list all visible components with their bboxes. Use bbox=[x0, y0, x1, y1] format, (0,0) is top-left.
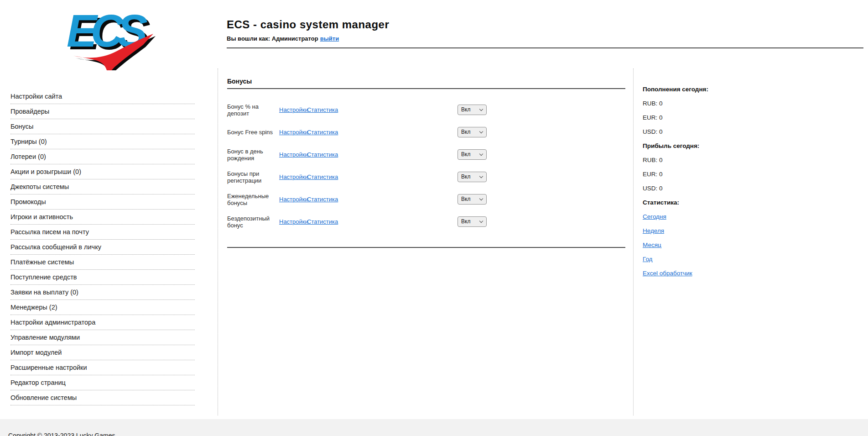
sidebar-item[interactable]: Рассылка сообщений в личку bbox=[10, 240, 195, 255]
sidebar-item[interactable]: Лотереи (0) bbox=[10, 149, 195, 164]
header-text-block: ECS - casino system manager Вы вошли как… bbox=[227, 18, 389, 42]
sidebar-item[interactable]: Бонусы bbox=[10, 119, 195, 134]
bonus-row: Бонусы при регистрации Настройки Статист… bbox=[227, 166, 625, 188]
sidebar-nav: Настройки сайта Провайдеры Бонусы Турнир… bbox=[0, 68, 218, 415]
panel-top-divider bbox=[227, 88, 625, 89]
sidebar-item[interactable]: Настройки администратора bbox=[10, 315, 195, 330]
bonus-toggle-select[interactable]: Вкл bbox=[457, 105, 487, 115]
stats-period-link[interactable]: Неделя bbox=[643, 227, 664, 234]
settings-link[interactable]: Настройки bbox=[279, 196, 308, 203]
stats-sidebar: Пополнения сегодня: RUB: 0 EUR: 0 USD: 0… bbox=[634, 68, 868, 415]
currency-value: EUR: 0 bbox=[643, 110, 868, 125]
bonus-row: Еженедельные бонусы Настройки Статистика… bbox=[227, 188, 625, 210]
sidebar-item[interactable]: Редактор страниц bbox=[10, 375, 195, 390]
sidebar-item[interactable]: Менеджеры (2) bbox=[10, 300, 195, 315]
statistics-link[interactable]: Статистика bbox=[307, 106, 338, 113]
bonus-toggle-wrap: Вкл bbox=[457, 194, 487, 205]
sidebar-item[interactable]: Турниры (0) bbox=[10, 134, 195, 149]
bonus-row: Бездепозитный бонус Настройки Статистика… bbox=[227, 210, 625, 233]
statistics-link[interactable]: Статистика bbox=[307, 173, 338, 180]
statistics-link[interactable]: Статистика bbox=[307, 196, 338, 203]
sidebar-item[interactable]: Акции и розыгрыши (0) bbox=[10, 164, 195, 179]
currency-value: RUB: 0 bbox=[643, 96, 868, 110]
bonus-name-label: Бонусы при регистрации bbox=[227, 170, 279, 184]
bonus-toggle-select[interactable]: Вкл bbox=[457, 127, 487, 137]
bonus-toggle-wrap: Вкл bbox=[457, 149, 487, 160]
logout-link[interactable]: выйти bbox=[320, 35, 339, 42]
bonus-name-label: Бонус в день рождения bbox=[227, 148, 279, 162]
header-divider bbox=[227, 47, 863, 48]
main-layout: Настройки сайта Провайдеры Бонусы Турнир… bbox=[0, 68, 868, 415]
bonus-name-label: Бездепозитный бонус bbox=[227, 215, 279, 229]
sidebar-item[interactable]: Поступление средств bbox=[10, 270, 195, 285]
settings-link[interactable]: Настройки bbox=[279, 129, 308, 136]
bonus-toggle-wrap: Вкл bbox=[457, 216, 487, 227]
sidebar-item[interactable]: Рассылка писем на почту bbox=[10, 225, 195, 240]
panel-title: Бонусы bbox=[227, 78, 625, 85]
bonus-row: Бонус % на депозит Настройки Статистика … bbox=[227, 99, 625, 121]
currency-value: EUR: 0 bbox=[643, 167, 868, 181]
bonus-toggle-select[interactable]: Вкл bbox=[457, 216, 487, 227]
currency-value: USD: 0 bbox=[643, 125, 868, 139]
sidebar-item[interactable]: Игроки и активность bbox=[10, 210, 195, 225]
settings-link[interactable]: Настройки bbox=[279, 218, 308, 225]
stats-period-link[interactable]: Год bbox=[643, 256, 653, 263]
bonus-toggle-select[interactable]: Вкл bbox=[457, 194, 487, 205]
deposits-values: RUB: 0 EUR: 0 USD: 0 bbox=[643, 96, 868, 139]
sidebar-item[interactable]: Джекпоты системы bbox=[10, 179, 195, 194]
deposits-today-title: Пополнения сегодня: bbox=[643, 82, 868, 96]
sidebar-item[interactable]: Обновление системы bbox=[10, 390, 195, 405]
stats-period-link[interactable]: Excel обработчик bbox=[643, 270, 692, 277]
bonus-row: Бонус Free spins Настройки Статистика Вк… bbox=[227, 121, 625, 143]
profit-values: RUB: 0 EUR: 0 USD: 0 bbox=[643, 153, 868, 195]
copyright-text: Copyright © 2013-2023 Lucky Games bbox=[8, 432, 115, 436]
currency-value: RUB: 0 bbox=[643, 153, 868, 167]
sidebar-item[interactable]: Настройки сайта bbox=[10, 89, 195, 104]
statistics-title: Статистика: bbox=[643, 195, 868, 210]
sidebar-item[interactable]: Провайдеры bbox=[10, 104, 195, 119]
profit-today-title: Прибыль сегодня: bbox=[643, 139, 868, 153]
bonus-list: Бонус % на депозит Настройки Статистика … bbox=[227, 99, 625, 233]
bonus-toggle-wrap: Вкл bbox=[457, 105, 487, 115]
bonuses-panel: Бонусы Бонус % на депозит Настройки Стат… bbox=[218, 68, 634, 415]
statistics-link[interactable]: Статистика bbox=[307, 218, 338, 225]
bonus-row: Бонус в день рождения Настройки Статисти… bbox=[227, 143, 625, 166]
page-header: ECS ECS ECS - casino system manager Вы в… bbox=[0, 0, 868, 64]
sidebar-menu: Настройки сайта Провайдеры Бонусы Турнир… bbox=[10, 89, 195, 405]
panel-bottom-divider bbox=[227, 247, 625, 248]
bonus-name-label: Бонус % на депозит bbox=[227, 103, 279, 117]
sidebar-item[interactable]: Управление модулями bbox=[10, 330, 195, 345]
login-status: Вы вошли как: Администраторвыйти bbox=[227, 35, 389, 42]
bonus-name-label: Еженедельные бонусы bbox=[227, 193, 279, 206]
stats-period-link[interactable]: Сегодня bbox=[643, 213, 666, 220]
settings-link[interactable]: Настройки bbox=[279, 151, 308, 158]
statistics-links: Сегодня Неделя Месяц Год Excel обработчи… bbox=[643, 210, 868, 280]
sidebar-item[interactable]: Платёжные системы bbox=[10, 255, 195, 270]
stats-period-link[interactable]: Месяц bbox=[643, 242, 661, 248]
sidebar-item[interactable]: Заявки на выплату (0) bbox=[10, 285, 195, 300]
page-title: ECS - casino system manager bbox=[227, 18, 389, 31]
statistics-link[interactable]: Статистика bbox=[307, 151, 338, 158]
ecs-logo-icon: ECS ECS bbox=[63, 5, 156, 70]
settings-link[interactable]: Настройки bbox=[279, 106, 308, 113]
sidebar-item[interactable]: Промокоды bbox=[10, 194, 195, 210]
sidebar-item[interactable]: Импорт модулей bbox=[10, 345, 195, 360]
bonus-toggle-select[interactable]: Вкл bbox=[457, 149, 487, 160]
currency-value: USD: 0 bbox=[643, 181, 868, 195]
login-status-label: Вы вошли как: Администратор bbox=[227, 35, 318, 42]
bonus-toggle-wrap: Вкл bbox=[457, 127, 487, 137]
statistics-link[interactable]: Статистика bbox=[307, 129, 338, 136]
bonus-toggle-wrap: Вкл bbox=[457, 172, 487, 182]
bonus-name-label: Бонус Free spins bbox=[227, 129, 279, 136]
settings-link[interactable]: Настройки bbox=[279, 173, 308, 180]
page-footer: Copyright © 2013-2023 Lucky Games bbox=[0, 419, 868, 436]
bonus-toggle-select[interactable]: Вкл bbox=[457, 172, 487, 182]
sidebar-item[interactable]: Расширенные настройки bbox=[10, 360, 195, 375]
